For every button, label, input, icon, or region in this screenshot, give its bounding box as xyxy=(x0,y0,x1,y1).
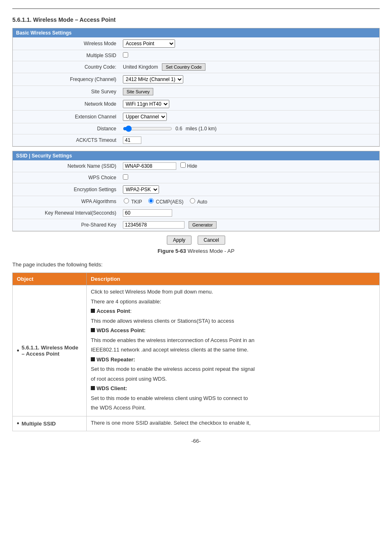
key-renewal-row: Key Renewal Interval(Secconds) xyxy=(13,207,379,219)
wpa-auto-radio[interactable] xyxy=(190,198,195,204)
encryption-select[interactable]: WPA2-PSK xyxy=(123,185,159,194)
wds-ap-label: WDS Access Point: xyxy=(97,327,145,333)
key-renewal-input[interactable] xyxy=(123,209,172,217)
encryption-row: Encryption Settings WPA2-PSK xyxy=(13,183,379,196)
country-code-label: Country Code: xyxy=(13,61,120,73)
ssid-settings-header: SSID | Security Settings xyxy=(13,151,379,160)
square-icon-wds-repeater xyxy=(91,357,95,361)
preshared-key-input[interactable] xyxy=(123,221,184,229)
page-number: -66- xyxy=(12,438,380,444)
multiple-ssid-label: Multiple SSID xyxy=(13,50,120,61)
desc-option-ap: Access Point: xyxy=(91,307,375,315)
distance-row: Distance 0.6 miles (1.0 km) xyxy=(13,123,379,134)
network-name-label: Network Name (SSID) xyxy=(13,160,120,172)
country-code-row: Country Code: United Kingdom Set Country… xyxy=(13,61,379,73)
wpa-ccmp-label: CCMP(AES) xyxy=(156,199,183,205)
wps-choice-checkbox[interactable] xyxy=(123,174,128,180)
wpa-ccmp-radio[interactable] xyxy=(148,198,154,204)
multiple-ssid-obj-cell: • Multiple SSID xyxy=(13,416,87,431)
ack-timeout-row: ACK/CTS Timeout xyxy=(13,134,379,146)
multiple-ssid-checkbox[interactable] xyxy=(123,52,128,58)
wpa-tkip-radio[interactable] xyxy=(124,198,129,204)
wireless-mode-select[interactable]: Access Point WDS Access Point WDS Repeat… xyxy=(123,39,175,48)
bullet-dot: • xyxy=(17,347,19,354)
wireless-mode-bullet: • 5.6.1.1. Wireless Mode – Access Point xyxy=(17,345,82,357)
form-buttons: Apply Cancel xyxy=(12,236,380,245)
desc-wds-ap-text2: IEEE802.11 network .and accept wireless … xyxy=(91,346,375,354)
distance-label: Distance xyxy=(13,123,120,134)
wireless-mode-obj-cell: • 5.6.1.1. Wireless Mode – Access Point xyxy=(13,285,87,416)
multiple-ssid-bullet: • Multiple SSID xyxy=(17,420,82,427)
network-name-row: Network Name (SSID) Hide xyxy=(13,160,379,172)
ssid-input[interactable] xyxy=(123,162,176,170)
extension-channel-value: Upper Channel xyxy=(120,111,379,123)
wireless-mode-desc: Click to select Wireless Mode from pull … xyxy=(87,285,380,416)
network-mode-value: WiFi 11gn HT40 xyxy=(120,98,379,111)
desc-option-wds-repeater: WDS Repeater: xyxy=(91,356,375,364)
ack-timeout-value xyxy=(120,134,379,146)
generator-button[interactable]: Generator xyxy=(189,221,217,229)
wireless-mode-label: Wireless Mode xyxy=(13,37,120,50)
hide-ssid-label: Hide xyxy=(187,163,197,169)
col-object: Object xyxy=(13,273,87,285)
table-header-row: Object Description xyxy=(13,273,380,285)
wpa-algorithms-value: TKIP CCMP(AES) Auto xyxy=(120,196,379,207)
ack-timeout-input[interactable] xyxy=(123,136,141,144)
multiple-ssid-row: Multiple SSID xyxy=(13,50,379,61)
desc-wds-ap-text1: This mode enables the wireless interconn… xyxy=(91,336,375,345)
country-code-text: United Kingdom xyxy=(123,64,158,70)
network-name-value: Hide xyxy=(120,160,379,172)
distance-value: 0.6 miles (1.0 km) xyxy=(120,123,379,134)
basic-settings-table: Wireless Mode Access Point WDS Access Po… xyxy=(13,37,379,146)
site-survey-button[interactable]: Site Survey xyxy=(123,88,153,95)
table-row: • 5.6.1.1. Wireless Mode – Access Point … xyxy=(13,285,380,416)
col-description: Description xyxy=(87,273,380,285)
set-country-code-button[interactable]: Set Country Code xyxy=(162,63,205,71)
wpa-algorithms-label: WPA Algorithms xyxy=(13,196,120,207)
apply-button[interactable]: Apply xyxy=(167,236,191,245)
distance-unit: miles (1.0 km) xyxy=(186,126,217,132)
desc-wds-client-text1: Set to this mode to enable wireless clie… xyxy=(91,394,375,402)
bullet-dot-2: • xyxy=(17,420,19,427)
desc-option-wds-ap: WDS Access Point: xyxy=(91,326,375,335)
preshared-key-label: Pre-Shared Key xyxy=(13,219,120,231)
wps-choice-label: WPS Choice xyxy=(13,172,120,183)
wpa-algorithms-row: WPA Algorithms TKIP CCMP(AES) Auto xyxy=(13,196,379,207)
preshared-key-row: Pre-Shared Key Generator xyxy=(13,219,379,231)
square-icon-wds-ap xyxy=(91,328,95,332)
cancel-button[interactable]: Cancel xyxy=(198,236,225,245)
table-row-multiple-ssid: • Multiple SSID There is one more SSID a… xyxy=(13,416,380,431)
encryption-label: Encryption Settings xyxy=(13,183,120,196)
wps-choice-row: WPS Choice xyxy=(13,172,379,183)
basic-wireless-settings-box: Basic Wireless Settings Wireless Mode Ac… xyxy=(12,28,380,147)
ssid-security-settings-box: SSID | Security Settings Network Name (S… xyxy=(12,151,380,231)
distance-slider[interactable] xyxy=(123,125,172,132)
figure-title: Wireless Mode - AP xyxy=(187,248,234,254)
distance-slider-row: 0.6 miles (1.0 km) xyxy=(123,125,376,132)
wireless-mode-value: Access Point WDS Access Point WDS Repeat… xyxy=(120,37,379,50)
wds-client-label: WDS Client: xyxy=(97,385,127,391)
ap-label: Access Point xyxy=(97,308,130,314)
network-mode-select[interactable]: WiFi 11gn HT40 xyxy=(123,100,169,108)
frequency-row: Frequency (Channel) 2412 MHz (Channel 1) xyxy=(13,73,379,86)
multiple-ssid-obj-label: Multiple SSID xyxy=(22,421,56,427)
hide-ssid-checkbox[interactable] xyxy=(180,162,186,168)
key-renewal-value xyxy=(120,207,379,219)
wds-repeater-label: WDS Repeater: xyxy=(97,356,135,363)
page-intro: The page includes the following fields: xyxy=(12,261,380,268)
desc-option-wds-client: WDS Client: xyxy=(91,384,375,393)
network-mode-label: Network Mode xyxy=(13,98,120,111)
frequency-value: 2412 MHz (Channel 1) xyxy=(120,73,379,86)
frequency-select[interactable]: 2412 MHz (Channel 1) xyxy=(123,75,183,83)
extension-channel-row: Extension Channel Upper Channel xyxy=(13,111,379,123)
desc-wds-repeater-text1: Set to this mode to enable the wireless … xyxy=(91,365,375,373)
site-survey-row: Site Survey Site Survey xyxy=(13,86,379,98)
key-renewal-label: Key Renewal Interval(Secconds) xyxy=(13,207,120,219)
ssid-settings-table: Network Name (SSID) Hide WPS Choice Encr… xyxy=(13,160,379,231)
wps-choice-value xyxy=(120,172,379,183)
extension-channel-select[interactable]: Upper Channel xyxy=(123,113,167,121)
multiple-ssid-value xyxy=(120,50,379,61)
desc-wds-client-text2: the WDS Access Point. xyxy=(91,404,375,412)
ack-timeout-label: ACK/CTS Timeout xyxy=(13,134,120,146)
multiple-ssid-desc-text: There is one more SSID available. Select… xyxy=(91,419,375,427)
